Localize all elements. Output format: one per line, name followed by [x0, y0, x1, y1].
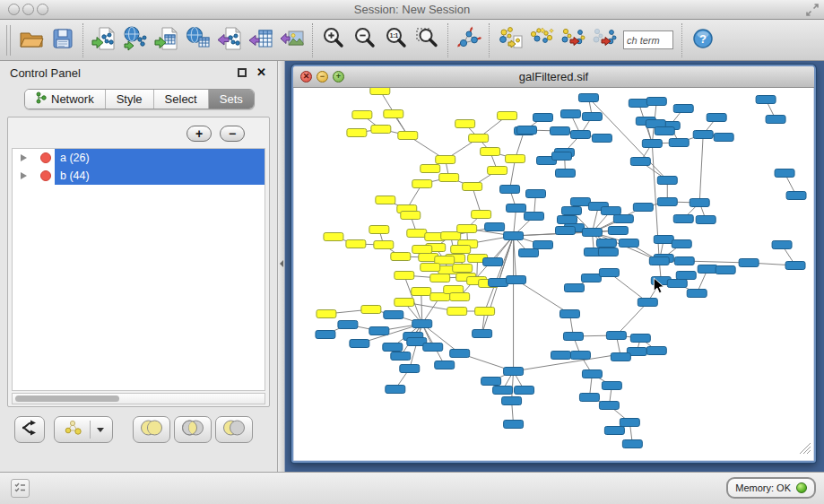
merge-networks-button[interactable] — [525, 22, 557, 58]
network-node-selected[interactable] — [421, 264, 440, 272]
set-difference-button[interactable] — [215, 416, 253, 443]
network-node[interactable] — [493, 387, 513, 395]
network-node[interactable] — [672, 240, 691, 248]
network-node-selected[interactable] — [384, 110, 403, 118]
close-panel-icon[interactable]: ✕ — [256, 65, 266, 79]
network-frame[interactable]: ✕ − + galFiltered.sif — [291, 65, 816, 463]
network-node[interactable] — [785, 262, 805, 270]
zoom-out-button[interactable] — [349, 22, 380, 58]
expander-triangle-icon[interactable] — [21, 172, 27, 179]
tab-style[interactable]: Style — [106, 90, 154, 109]
network-node-selected[interactable] — [412, 180, 432, 188]
network-node-selected[interactable] — [398, 132, 418, 140]
resize-grip-icon[interactable] — [798, 441, 811, 458]
network-node[interactable] — [649, 257, 669, 265]
network-node[interactable] — [693, 131, 713, 139]
network-node-selected[interactable] — [347, 129, 367, 137]
network-node[interactable] — [582, 229, 602, 237]
network-node[interactable] — [578, 94, 598, 102]
tab-sets[interactable]: Sets — [209, 90, 254, 109]
network-node[interactable] — [504, 421, 524, 429]
network-node-selected[interactable] — [352, 111, 372, 119]
network-node[interactable] — [400, 365, 420, 373]
network-node[interactable] — [772, 241, 792, 249]
network-node-selected[interactable] — [457, 225, 477, 233]
network-node-selected[interactable] — [430, 274, 450, 282]
network-node[interactable] — [526, 190, 546, 198]
network-node-selected[interactable] — [469, 135, 489, 143]
network-node[interactable] — [384, 311, 403, 319]
export-network-button[interactable] — [213, 22, 245, 58]
network-node[interactable] — [629, 100, 648, 108]
set-intersection-button[interactable] — [174, 416, 212, 443]
network-edge[interactable] — [616, 302, 647, 335]
tab-select[interactable]: Select — [154, 90, 209, 109]
network-node[interactable] — [638, 299, 657, 307]
network-edge[interactable] — [699, 135, 703, 203]
network-node[interactable] — [316, 331, 335, 339]
network-node[interactable] — [561, 207, 581, 215]
network-node[interactable] — [412, 320, 432, 328]
network-node[interactable] — [714, 134, 733, 142]
network-node[interactable] — [555, 169, 575, 178]
network-node[interactable] — [533, 114, 553, 122]
network-node-selected[interactable] — [412, 246, 432, 254]
network-node[interactable] — [775, 169, 794, 178]
network-node[interactable] — [620, 419, 639, 427]
network-node[interactable] — [601, 207, 620, 215]
network-node-selected[interactable] — [488, 167, 507, 175]
network-node-selected[interactable] — [498, 112, 517, 120]
network-node-selected[interactable] — [412, 288, 431, 296]
network-edge[interactable] — [421, 291, 422, 324]
network-node-selected[interactable] — [439, 174, 459, 182]
network-node[interactable] — [657, 177, 677, 185]
network-node[interactable] — [598, 248, 618, 256]
network-node[interactable] — [555, 227, 575, 235]
tab-network[interactable]: Network — [25, 90, 106, 109]
network-node[interactable] — [690, 199, 709, 207]
network-node[interactable] — [564, 284, 584, 292]
network-node-selected[interactable] — [455, 120, 475, 128]
horizontal-scrollbar[interactable] — [12, 393, 265, 404]
network-node[interactable] — [386, 386, 405, 394]
network-node[interactable] — [500, 186, 520, 194]
network-node-selected[interactable] — [475, 308, 495, 316]
network-canvas[interactable] — [294, 88, 813, 460]
network-node[interactable] — [582, 370, 602, 378]
network-node[interactable] — [599, 269, 619, 277]
network-edge[interactable] — [485, 236, 514, 311]
network-node[interactable] — [559, 310, 579, 318]
network-node[interactable] — [602, 382, 621, 390]
fullscreen-icon[interactable] — [805, 3, 820, 21]
apply-layout-button[interactable] — [453, 22, 484, 58]
network-node[interactable] — [611, 353, 630, 361]
network-node-selected[interactable] — [324, 233, 343, 241]
network-node[interactable] — [667, 280, 687, 288]
network-node[interactable] — [570, 352, 590, 360]
network-edge[interactable] — [516, 280, 570, 314]
import-table-file-button[interactable] — [151, 22, 182, 58]
open-session-button[interactable] — [15, 22, 47, 58]
help-button[interactable]: ? — [687, 22, 718, 58]
network-node[interactable] — [525, 213, 544, 221]
zoom-in-button[interactable] — [317, 22, 349, 58]
create-set-from-network-button[interactable] — [54, 416, 113, 443]
network-node[interactable] — [570, 131, 590, 139]
network-node[interactable] — [633, 204, 653, 212]
search-input[interactable] — [623, 30, 673, 49]
network-node[interactable] — [435, 361, 455, 369]
network-node[interactable] — [552, 152, 572, 161]
network-node[interactable] — [338, 321, 358, 329]
network-node-selected[interactable] — [317, 310, 336, 318]
network-node[interactable] — [613, 215, 633, 223]
network-node[interactable] — [507, 204, 526, 213]
network-node-selected[interactable] — [391, 253, 411, 261]
network-node[interactable] — [630, 335, 650, 343]
network-node-selected[interactable] — [395, 299, 414, 307]
network-node[interactable] — [519, 249, 539, 257]
network-node[interactable] — [630, 158, 650, 166]
network-to-file-button[interactable] — [494, 22, 525, 58]
dropdown-arrow-icon[interactable] — [97, 428, 104, 432]
network-node[interactable] — [707, 114, 726, 122]
add-set-button[interactable]: + — [186, 126, 212, 142]
